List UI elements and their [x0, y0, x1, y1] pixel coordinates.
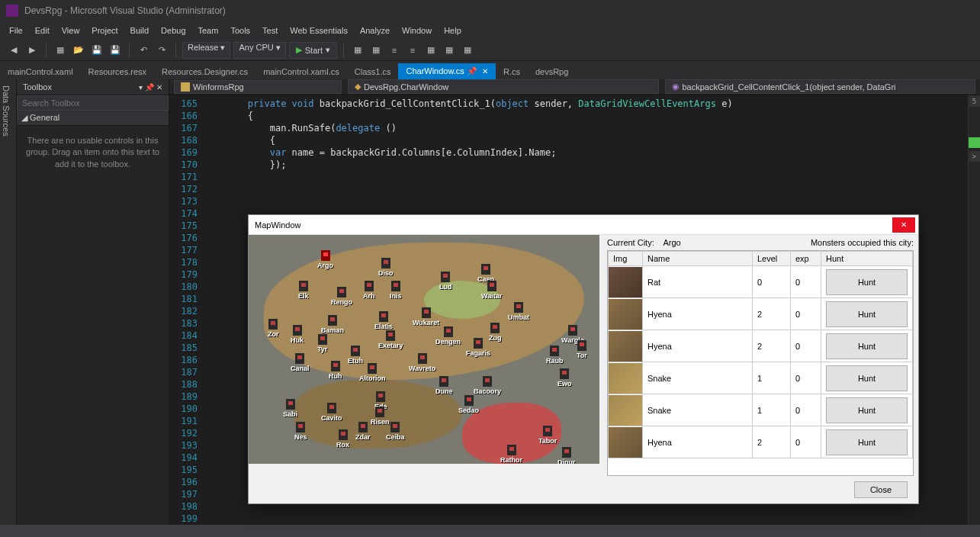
menu-project[interactable]: Project — [85, 24, 124, 37]
city-nes[interactable]: Nes — [294, 422, 307, 441]
city-arh[interactable]: Arh — [363, 281, 375, 300]
city-elk[interactable]: Elk — [298, 281, 309, 300]
start-button[interactable]: ▶ Start ▾ — [289, 42, 337, 59]
menu-analyze[interactable]: Analyze — [354, 24, 396, 37]
city-inis[interactable]: Inis — [390, 281, 402, 300]
city-tabor[interactable]: Tabor — [538, 426, 557, 445]
table-row[interactable]: Hyena20Hunt — [609, 426, 913, 458]
menu-file[interactable]: File — [3, 24, 29, 37]
city-raub[interactable]: Raub — [546, 346, 564, 365]
nav-number[interactable]: 5 — [969, 96, 980, 107]
city-tyr[interactable]: Tyr — [317, 334, 327, 353]
city-lud[interactable]: Lud — [439, 272, 452, 291]
tab-charwindow-cs[interactable]: CharWindow.cs 📌✕ — [398, 63, 495, 79]
hunt-button[interactable]: Hunt — [826, 397, 908, 423]
city-wukaret[interactable]: Wukaret — [413, 307, 439, 326]
table-row[interactable]: Rat00Hunt — [609, 266, 913, 298]
city-zug[interactable]: Zug — [489, 323, 502, 342]
city-sabi[interactable]: Sabi — [283, 399, 297, 418]
nav-method-combo[interactable]: ◉ backpackGrid_CellContentClick_1(object… — [665, 79, 976, 94]
window-close-button[interactable]: ✕ — [892, 217, 915, 233]
close-button[interactable]: Close — [854, 481, 908, 498]
toolbar-icon[interactable]: ▦ — [350, 43, 365, 58]
city-ruh[interactable]: Ruh — [329, 361, 342, 380]
col-hunt[interactable]: Hunt — [821, 252, 913, 266]
toolbar-icon[interactable]: ≡ — [405, 43, 420, 58]
menu-team[interactable]: Team — [192, 24, 225, 37]
tab-maincontrol-xaml[interactable]: mainControl.xaml — [0, 64, 81, 79]
menu-tools[interactable]: Tools — [224, 24, 256, 37]
table-row[interactable]: Hyena20Hunt — [609, 330, 913, 362]
nav-project-combo[interactable]: WinformsRpg — [174, 80, 342, 94]
dropdown-icon[interactable]: ▾ — [139, 83, 143, 92]
menu-view[interactable]: View — [56, 24, 86, 37]
hunt-button[interactable]: Hunt — [826, 429, 908, 455]
toolbar-icon[interactable]: ▦ — [442, 43, 457, 58]
save-all-icon[interactable]: 💾 — [108, 43, 123, 58]
city-cavito[interactable]: Cavito — [321, 403, 342, 422]
city-sedao[interactable]: Sedao — [458, 395, 479, 414]
table-row[interactable]: Snake10Hunt — [609, 362, 913, 394]
table-row[interactable]: Hyena20Hunt — [609, 298, 913, 330]
redo-icon[interactable]: ↷ — [154, 43, 169, 58]
open-file-icon[interactable]: 📂 — [71, 43, 86, 58]
config-combo[interactable]: Release ▾ — [182, 42, 230, 59]
menu-help[interactable]: Help — [438, 24, 468, 37]
city-ewo[interactable]: Ewo — [557, 368, 572, 387]
city-zdar[interactable]: Zdar — [355, 422, 371, 441]
city-wavreto[interactable]: Wavreto — [409, 353, 435, 372]
platform-combo[interactable]: Any CPU ▾ — [233, 42, 285, 59]
menu-web-essentials[interactable]: Web Essentials — [284, 24, 354, 37]
city-waitar[interactable]: Waitar — [481, 281, 502, 300]
city-dune[interactable]: Dune — [435, 376, 453, 395]
city-rox[interactable]: Rox — [336, 429, 349, 449]
map-window-titlebar[interactable]: MapWindow ✕ — [249, 215, 918, 235]
nav-class-combo[interactable]: ◆ DevsRpg.CharWindow — [348, 79, 659, 94]
map-canvas[interactable]: ArgoDisoElkRengoArhInisLudCaenWaitarZorH… — [249, 235, 599, 464]
col-level[interactable]: Level — [753, 252, 791, 266]
menu-test[interactable]: Test — [256, 24, 284, 37]
city-canal[interactable]: Canal — [291, 353, 310, 372]
city-bacoory[interactable]: Bacoory — [474, 376, 501, 395]
menu-build[interactable]: Build — [124, 24, 155, 37]
tab-resources-resx[interactable]: Resources.resx — [81, 64, 154, 79]
side-tab-data-sources[interactable]: Data Sources — [0, 79, 17, 537]
new-project-icon[interactable]: ▦ — [53, 43, 68, 58]
tab-maincontrol-xaml-cs[interactable]: mainControl.xaml.cs — [255, 64, 347, 79]
tab-class1-cs[interactable]: Class1.cs — [347, 64, 399, 79]
close-icon[interactable]: ✕ — [482, 67, 488, 76]
table-row[interactable]: Snake10Hunt — [609, 394, 913, 426]
col-img[interactable]: Img — [609, 252, 643, 266]
city-diso[interactable]: Diso — [378, 258, 394, 277]
hunt-button[interactable]: Hunt — [826, 269, 908, 295]
tab-resources-designer-cs[interactable]: Resources.Designer.cs — [154, 64, 255, 79]
toolbar-icon[interactable]: ▦ — [423, 43, 439, 58]
city-etuh[interactable]: Etuh — [348, 346, 363, 365]
menu-window[interactable]: Window — [396, 24, 438, 37]
city-elatis[interactable]: Elatis — [374, 311, 393, 330]
horizontal-scrollbar[interactable] — [0, 525, 980, 537]
save-icon[interactable]: 💾 — [89, 43, 104, 58]
city-fagaris[interactable]: Fagaris — [466, 338, 490, 357]
city-ceiba[interactable]: Ceiba — [386, 422, 405, 441]
tab-r-cs[interactable]: R.cs — [496, 64, 528, 79]
hunt-button[interactable]: Hunt — [826, 333, 908, 359]
city-rengo[interactable]: Rengo — [331, 287, 352, 306]
menu-debug[interactable]: Debug — [155, 24, 191, 37]
hunt-button[interactable]: Hunt — [826, 301, 908, 327]
toolbar-icon[interactable]: ▦ — [460, 43, 475, 58]
nav-fwd-button[interactable]: ▶ — [24, 43, 40, 58]
menu-edit[interactable]: Edit — [29, 24, 56, 37]
city-baman[interactable]: Baman — [321, 315, 344, 334]
city-zor[interactable]: Zor — [268, 319, 279, 338]
vertical-scrollbar[interactable]: 5 > — [968, 95, 980, 528]
close-icon[interactable]: ✕ — [156, 83, 162, 92]
nav-back-button[interactable]: ◀ — [6, 43, 21, 58]
toolbar-icon[interactable]: ≡ — [387, 43, 402, 58]
col-exp[interactable]: exp — [791, 252, 821, 266]
pin-icon[interactable]: 📌 — [145, 83, 154, 92]
city-altorion[interactable]: Altorion — [359, 363, 386, 382]
city-exetary[interactable]: Exetary — [378, 330, 403, 349]
col-name[interactable]: Name — [643, 252, 753, 266]
tab-devsrpg[interactable]: devsRpg — [528, 64, 576, 79]
